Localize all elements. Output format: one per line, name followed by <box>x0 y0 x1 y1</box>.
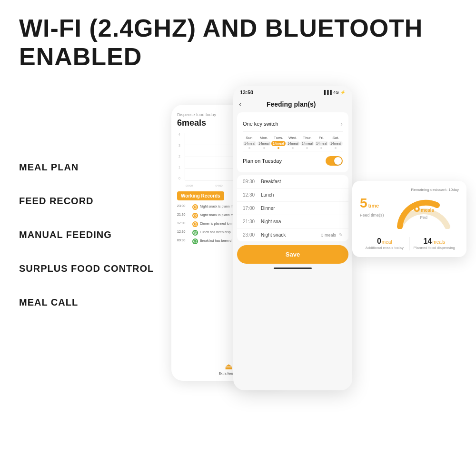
signal-icon: ▐▐▐ <box>323 90 332 95</box>
one-key-switch-label: One key switch <box>243 121 278 127</box>
day-dot-mon <box>263 147 265 149</box>
clock-icon <box>192 221 198 227</box>
gauge-wrapper: 6 meals Fed <box>389 196 459 233</box>
day-name-wed: Wed. <box>288 136 298 140</box>
chart-y-1: 1 <box>178 166 180 169</box>
day-dot-fri <box>320 147 322 149</box>
chart-y-4: 4 <box>178 133 180 136</box>
svg-point-10 <box>195 232 195 233</box>
record-text: Breakfast has been d <box>200 238 231 243</box>
gauge-sublabel: Fed <box>413 215 434 220</box>
gauge-center: 6 meals Fed <box>413 200 434 220</box>
day-meal-mon: 14meal <box>257 141 271 146</box>
day-wed[interactable]: Wed. 14meal <box>286 136 300 149</box>
svg-point-12 <box>194 240 197 243</box>
day-dot-thur <box>306 147 308 149</box>
feed-times-row: 5 time <box>360 196 384 211</box>
meal-time: 09:30 <box>243 179 258 184</box>
meal-item-night-snack2[interactable]: 23:00 Night snack 3 meals ✎ <box>237 228 348 241</box>
one-key-section: One key switch › Sun. 14meal Mon. 14meal… <box>237 112 348 172</box>
smile-icon <box>192 238 198 244</box>
day-meal-sat: 14meal <box>329 141 343 146</box>
day-sun[interactable]: Sun. 14meal <box>243 136 257 149</box>
gauge-container: 6 meals Fed <box>395 196 452 229</box>
stat-planned-label: Planned food dispensing <box>410 246 459 250</box>
feature-meal-call: MEAL CALL <box>19 297 154 308</box>
svg-point-13 <box>195 241 195 241</box>
day-meal-sun: 14meal <box>243 141 257 146</box>
feature-surplus-food: SURPLUS FOOD CONTROL <box>19 263 154 274</box>
phone-header: ‹ Feeding plan(s) <box>233 97 352 112</box>
plan-on-row: Plan on Tuesday <box>243 152 343 168</box>
divider <box>243 131 343 132</box>
meal-name: Night sna <box>261 219 343 224</box>
phone-header-title: Feeding plan(s) <box>245 100 337 108</box>
stat-additional: 0 meal Additional meals today <box>360 237 409 250</box>
feature-list: MEAL PLAN FEED RECORD MANUAL FEEDING SUR… <box>19 162 154 331</box>
day-meal-thur: 14meal <box>300 141 314 146</box>
back-button[interactable]: ‹ <box>239 100 241 109</box>
feed-times-unit: time <box>368 203 379 208</box>
chart-y-2: 2 <box>178 155 180 158</box>
battery-icon: ⚡ <box>340 90 346 95</box>
svg-point-9 <box>194 231 197 235</box>
day-mon[interactable]: Mon. 14meal <box>257 136 271 149</box>
status-bar: 13:50 ▐▐▐ 4G ⚡ <box>233 86 352 97</box>
day-meal-wed: 14meal <box>286 141 300 146</box>
day-name-sat: Sat. <box>332 136 339 140</box>
stat-additional-value: 0 <box>377 237 381 246</box>
home-indicator <box>274 268 312 269</box>
day-dot-wed <box>292 147 294 149</box>
save-button[interactable]: Save <box>237 245 348 264</box>
record-text: Lunch has been disp <box>200 230 231 234</box>
svg-point-11 <box>196 232 196 233</box>
meal-name: Lunch <box>261 192 343 198</box>
chart-x-0: 00:00 <box>186 184 193 187</box>
chart-y-labels: 4 3 2 1 0 <box>178 133 180 180</box>
toggle-switch[interactable] <box>326 156 343 166</box>
stat-planned: 14 meals Planned food dispensing <box>410 237 459 250</box>
chart-x-1: 04:00 <box>216 184 223 187</box>
record-time: 12:30 <box>177 230 190 233</box>
stat-planned-unit: meals <box>432 239 445 245</box>
record-time: 21:30 <box>177 213 190 216</box>
feature-manual-feeding: MANUAL FEEDING <box>19 229 154 240</box>
gauge-number: 6 <box>413 200 420 215</box>
clock-icon <box>192 213 198 218</box>
meal-item-night-snack1[interactable]: 21:30 Night sna <box>237 215 348 228</box>
meal-time: 23:00 <box>243 232 258 238</box>
chart-y-0: 0 <box>178 177 180 180</box>
status-time: 13:50 <box>240 89 253 95</box>
stats-bottom: 0 meal Additional meals today 14 meals P… <box>360 233 459 250</box>
phones-container: Dispense food today 6meals 4 3 2 1 0 <box>171 86 466 457</box>
day-name-fri: Fri. <box>319 136 325 140</box>
meal-time: 21:30 <box>243 219 258 224</box>
record-time: 09:30 <box>177 238 190 242</box>
feature-meal-plan: MEAL PLAN <box>19 162 154 173</box>
day-sat[interactable]: Sat. 14meal <box>329 136 343 149</box>
one-key-switch-row[interactable]: One key switch › <box>243 117 343 130</box>
day-tues[interactable]: Tues. 14meal <box>271 136 286 149</box>
day-dot-sat <box>335 147 337 149</box>
card-top-row: 5 time Feed time(s) 6 <box>360 196 459 233</box>
edit-icon[interactable]: ✎ <box>339 232 343 238</box>
working-records-title: Working Records <box>177 191 224 200</box>
smile-icon <box>192 230 198 236</box>
phone-mid: 13:50 ▐▐▐ 4G ⚡ ‹ Feeding plan(s) One key… <box>233 86 352 390</box>
meal-item-dinner[interactable]: 17:00 Dinner <box>237 202 348 215</box>
stat-planned-value: 14 <box>424 237 432 246</box>
day-fri[interactable]: Fri. 14meal <box>315 136 328 149</box>
clock-icon <box>192 204 198 210</box>
record-time: 23:00 <box>177 204 190 208</box>
meal-time: 17:00 <box>243 206 258 211</box>
plan-on-label: Plan on Tuesday <box>243 158 282 164</box>
meal-item-breakfast[interactable]: 09:30 Breakfast <box>237 175 348 188</box>
status-icons: ▐▐▐ 4G ⚡ <box>323 90 346 95</box>
page-header: WI-FI (2.4GHZ) AND BLUETOOTH ENABLED <box>0 0 476 81</box>
day-thur[interactable]: Thur. 14meal <box>300 136 314 149</box>
meal-name: Dinner <box>261 206 343 211</box>
days-row: Sun. 14meal Mon. 14meal Tues. 14meal Wed… <box>243 133 343 150</box>
meal-time: 12:30 <box>243 192 258 198</box>
day-name-tues: Tues. <box>274 136 283 140</box>
meal-item-lunch[interactable]: 12:30 Lunch <box>237 188 348 202</box>
